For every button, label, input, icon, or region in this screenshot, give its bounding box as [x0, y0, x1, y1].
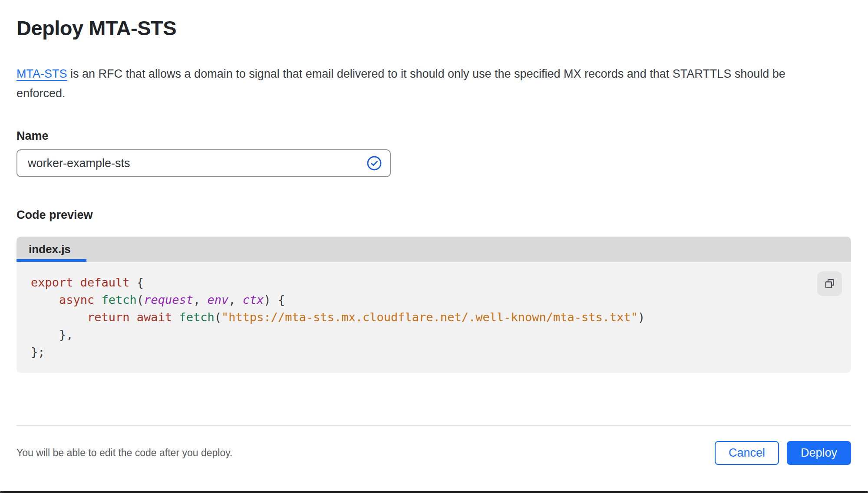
copy-icon [824, 278, 836, 290]
code-preview-block: index.js export default { async fetch(re… [17, 237, 851, 373]
code-line: async fetch(request, env, ctx) { [31, 291, 821, 309]
deploy-button[interactable]: Deploy [787, 441, 851, 465]
code-line: }, [31, 326, 821, 343]
footer-divider [17, 425, 851, 426]
tab-index-js[interactable]: index.js [17, 237, 86, 262]
code-content: export default { async fetch(request, en… [31, 274, 821, 361]
worker-name-input[interactable] [17, 149, 391, 177]
code-line: return await fetch("https://mta-sts.mx.c… [31, 309, 821, 326]
code-line: }; [31, 343, 821, 361]
page-description: MTA-STS is an RFC that allows a domain t… [17, 64, 833, 103]
window-bottom-edge [0, 491, 868, 493]
mta-sts-doc-link[interactable]: MTA-STS [17, 67, 67, 80]
code-preview-label: Code preview [17, 207, 851, 222]
footer: You will be able to edit the code after … [17, 441, 851, 465]
copy-code-button[interactable] [817, 271, 842, 296]
code-line: export default { [31, 274, 821, 291]
deploy-mta-sts-page: Deploy MTA-STS MTA-STS is an RFC that al… [0, 0, 868, 494]
cancel-button[interactable]: Cancel [715, 441, 779, 465]
name-field-label: Name [17, 128, 851, 143]
deploy-note: You will be able to edit the code after … [17, 447, 232, 459]
page-description-text: is an RFC that allows a domain to signal… [17, 67, 785, 100]
check-circle-icon [366, 155, 382, 171]
footer-actions: Cancel Deploy [715, 441, 851, 465]
code-editor-area: export default { async fetch(request, en… [17, 262, 851, 373]
page-title: Deploy MTA-STS [17, 16, 851, 41]
name-field-wrapper [17, 149, 391, 177]
code-tab-bar: index.js [17, 237, 851, 262]
